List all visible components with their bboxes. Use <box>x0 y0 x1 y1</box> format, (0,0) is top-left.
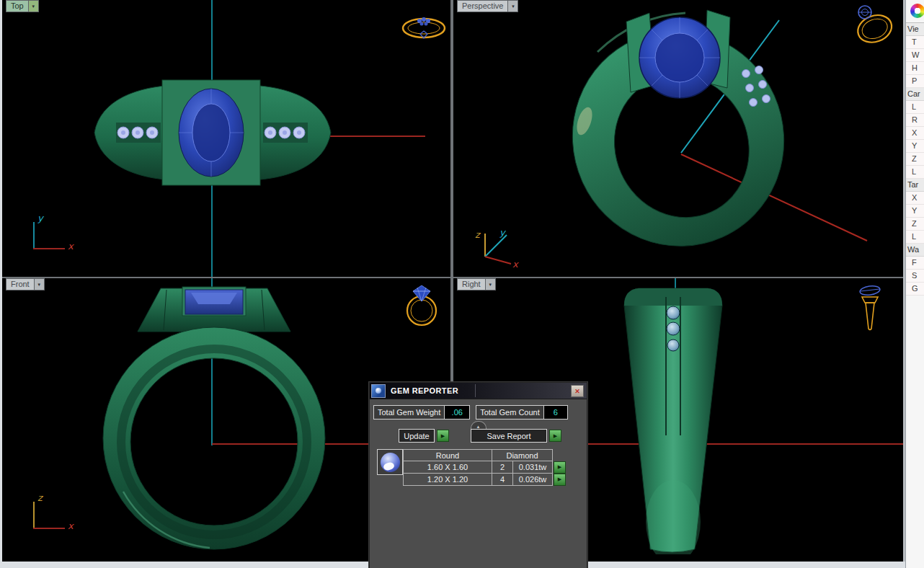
gem-table-header-row: Round Diamond <box>404 450 567 461</box>
axis-indicator-front: z x <box>30 494 73 536</box>
table-row: 1.60 X 1.60 2 0.031tw ▶ <box>404 461 567 474</box>
panel-row[interactable]: X <box>906 192 924 205</box>
axis-indicator-top: y x <box>30 215 73 257</box>
axis-z-label: z <box>475 229 481 240</box>
chevron-down-icon[interactable]: ▼ <box>34 279 44 290</box>
panel-section-camera: Car <box>906 88 924 101</box>
gem-table: Round Diamond 1.60 X 1.60 2 0.031tw ▶ 1.… <box>403 449 567 486</box>
gem-weight-cell: 0.031tw <box>513 461 553 474</box>
total-gem-weight-value: .06 <box>445 405 470 420</box>
panel-row[interactable]: Z <box>906 218 924 231</box>
panel-row[interactable]: Y <box>906 205 924 218</box>
panel-row[interactable]: H <box>906 62 924 75</box>
panel-row[interactable]: L <box>906 101 924 114</box>
gem-count-cell: 4 <box>492 474 513 486</box>
panel-row[interactable]: W <box>906 49 924 62</box>
panel-row[interactable]: X <box>906 127 924 140</box>
gem-stone-image <box>381 453 400 472</box>
panel-row[interactable]: R <box>906 114 924 127</box>
panel-row[interactable]: L <box>906 166 924 179</box>
axis-indicator-perspective: z y x <box>474 226 520 268</box>
viewport-label-perspective[interactable]: Perspective ▼ <box>457 0 518 12</box>
totals-row: Total Gem Weight .06 Total Gem Count 6 <box>373 405 583 420</box>
row-detail-button[interactable]: ▶ <box>554 461 566 474</box>
gem-reporter-icon <box>371 384 386 398</box>
chevron-down-icon[interactable]: ▼ <box>507 1 517 12</box>
gem-table-header-type: Diamond <box>492 450 553 461</box>
gem-weight-cell: 0.026tw <box>513 474 553 486</box>
axis-x-label: x <box>68 520 74 531</box>
row-detail-button[interactable]: ▶ <box>554 474 566 486</box>
ring-model-right-view[interactable] <box>621 284 726 554</box>
save-report-run-button[interactable]: ▶ <box>549 430 561 442</box>
panel-section-wallpaper: Wa <box>906 244 924 257</box>
ring-orientation-perspective-icon <box>851 3 897 45</box>
panel-row[interactable]: S <box>906 270 924 283</box>
panel-section-viewport: Vie <box>906 23 924 36</box>
panel-row[interactable]: T <box>906 36 924 49</box>
chevron-down-icon[interactable]: ▼ <box>485 279 495 290</box>
gem-thumbnail <box>377 449 403 475</box>
panel-row[interactable]: G <box>906 283 924 296</box>
title-divider <box>475 384 476 397</box>
total-gem-count-value: 6 <box>544 405 568 420</box>
gem-size-cell: 1.60 X 1.60 <box>404 461 492 474</box>
axis-y-label: y <box>37 213 43 223</box>
update-run-button[interactable]: ▶ <box>437 430 449 442</box>
ring-model-front-view[interactable] <box>94 283 337 558</box>
rhino-logo-icon <box>910 4 924 18</box>
ring-model-perspective-view[interactable] <box>453 0 903 277</box>
ring-orientation-right-icon <box>850 283 890 334</box>
dialog-title-bar[interactable]: GEM REPORTER ✕ <box>370 383 587 399</box>
viewport-label-front[interactable]: Front ▼ <box>6 278 45 290</box>
panel-row[interactable]: F <box>906 257 924 270</box>
dialog-title: GEM REPORTER <box>391 386 458 395</box>
ring-orientation-top-icon <box>401 9 447 42</box>
viewport-label-text: Perspective <box>458 1 507 12</box>
gem-reporter-dialog: GEM REPORTER ✕ Total Gem Weight .06 Tota… <box>369 382 587 568</box>
gem-size-cell: 1.20 X 1.20 <box>404 474 492 486</box>
ring-model-top-view[interactable] <box>90 78 335 187</box>
close-icon[interactable]: ✕ <box>571 385 584 397</box>
application-window: Top ▼ y x <box>0 0 924 568</box>
save-report-button[interactable]: Save Report <box>471 429 547 443</box>
gem-table-header-shape: Round <box>404 450 492 461</box>
total-gem-count-label: Total Gem Count <box>476 405 544 420</box>
buttons-row: Update ▶ Save Report ▶ <box>399 430 587 442</box>
update-button[interactable]: Update <box>399 429 435 443</box>
panel-row[interactable]: Y <box>906 140 924 153</box>
viewport-label-text: Right <box>458 279 485 290</box>
chevron-down-icon[interactable]: ▼ <box>28 1 38 12</box>
total-gem-weight-label: Total Gem Weight <box>373 405 445 420</box>
panel-row[interactable]: L <box>906 231 924 244</box>
left-edge-strip <box>0 0 2 562</box>
properties-panel: Vie T W H P Car L R X Y Z L Tar X Y Z L … <box>905 0 924 568</box>
viewport-label-text: Top <box>6 1 28 12</box>
viewport-perspective[interactable]: Perspective ▼ z y x <box>453 0 903 277</box>
panel-section-target: Tar <box>906 179 924 192</box>
viewport-label-text: Front <box>6 279 34 290</box>
panel-row[interactable]: Z <box>906 153 924 166</box>
gem-count-cell: 2 <box>492 461 513 474</box>
viewport-label-top[interactable]: Top ▼ <box>6 0 39 12</box>
viewport-top[interactable]: Top ▼ y x <box>2 0 450 277</box>
ring-orientation-front-icon <box>400 283 443 327</box>
axis-z-label: z <box>37 492 43 503</box>
collapse-toggle[interactable]: ▲ <box>471 421 487 429</box>
table-row: 1.20 X 1.20 4 0.026tw ▶ <box>404 474 567 486</box>
panel-row[interactable]: P <box>906 75 924 88</box>
viewport-row-divider[interactable] <box>2 277 903 278</box>
axis-x-label: x <box>68 241 74 252</box>
viewport-label-right[interactable]: Right ▼ <box>457 278 496 290</box>
axis-x-label: x <box>512 259 519 268</box>
